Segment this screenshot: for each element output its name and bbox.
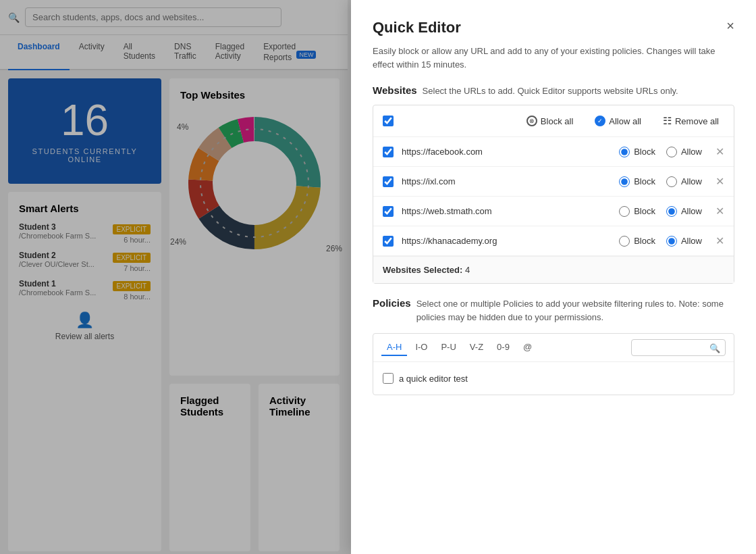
radio-group-ixl: Block Allow [619, 176, 702, 187]
allow-label-ixl: Allow [681, 176, 702, 186]
policies-box: A-H I-O P-U V-Z 0-9 @ 🔍 a quick editor t… [373, 333, 734, 395]
block-radio-stmath[interactable] [619, 206, 630, 217]
close-button[interactable]: × [726, 19, 734, 32]
policy-search-wrap: 🔍 [631, 339, 726, 356]
website-row-facebook: https://facebook.com Block Allow ✕ [373, 137, 734, 167]
policies-header: Policies Select one or multiple Policies… [373, 297, 734, 324]
block-radio-khan[interactable] [619, 236, 630, 247]
policies-section-desc: Select one or multiple Policies to add y… [416, 297, 734, 324]
allow-label-khan: Allow [681, 236, 702, 246]
radio-group-stmath: Block Allow [619, 206, 702, 217]
row-checkbox-facebook[interactable] [383, 147, 394, 157]
quick-editor-subtitle: Easily block or allow any URL and add to… [373, 45, 734, 71]
allow-all-icon: ✓ [595, 116, 605, 126]
policy-tab-pu[interactable]: P-U [435, 339, 461, 356]
policies-section-label: Policies [373, 297, 411, 309]
row-url-ixl: https://ixl.com [402, 176, 611, 186]
websites-box: ⊗ Block all ✓ Allow all ☷ Remove all htt… [373, 105, 734, 284]
allow-radio-ixl[interactable] [666, 176, 677, 187]
allow-radio-stmath[interactable] [666, 206, 677, 217]
policy-tab-09[interactable]: 0-9 [491, 339, 515, 356]
policy-item: a quick editor test [383, 369, 724, 388]
remove-all-button[interactable]: ☷ Remove all [657, 112, 724, 130]
policy-name-quicktest: a quick editor test [399, 374, 468, 384]
quick-editor-panel: Quick Editor × Easily block or allow any… [351, 0, 756, 554]
remove-row-khan[interactable]: ✕ [716, 234, 724, 247]
block-all-label: Block all [541, 116, 573, 126]
row-checkbox-ixl[interactable] [383, 176, 394, 187]
policy-search-icon: 🔍 [709, 343, 720, 353]
block-all-button[interactable]: ⊗ Block all [521, 113, 578, 129]
allow-radio-facebook[interactable] [666, 147, 677, 157]
policies-section: Policies Select one or multiple Policies… [373, 297, 734, 395]
radio-group-facebook: Block Allow [619, 147, 702, 157]
website-row-ixl: https://ixl.com Block Allow ✕ [373, 167, 734, 197]
websites-toolbar: ⊗ Block all ✓ Allow all ☷ Remove all [373, 105, 734, 137]
policies-tabs: A-H I-O P-U V-Z 0-9 @ 🔍 [373, 334, 734, 362]
quick-editor-header: Quick Editor × [373, 19, 734, 36]
websites-selected-label: Websites Selected: [383, 265, 462, 275]
policy-tab-at[interactable]: @ [518, 339, 537, 356]
radio-group-khan: Block Allow [619, 236, 702, 247]
quick-editor-title: Quick Editor [373, 19, 461, 36]
websites-selected-count: 4 [465, 265, 470, 275]
remove-row-ixl[interactable]: ✕ [716, 175, 724, 188]
block-label-stmath: Block [634, 206, 655, 216]
remove-row-facebook[interactable]: ✕ [716, 145, 724, 158]
allow-all-button[interactable]: ✓ Allow all [589, 113, 647, 129]
allow-label-facebook: Allow [681, 147, 702, 157]
websites-section-label: Websites [373, 84, 417, 96]
block-radio-facebook[interactable] [619, 147, 630, 157]
remove-all-icon: ☷ [663, 115, 672, 127]
policy-tab-ah[interactable]: A-H [381, 339, 407, 356]
block-label-facebook: Block [634, 147, 655, 157]
block-radio-ixl[interactable] [619, 176, 630, 187]
allow-label-stmath: Allow [681, 206, 702, 216]
allow-radio-khan[interactable] [666, 236, 677, 247]
select-all-checkbox[interactable] [383, 116, 394, 126]
website-row-stmath: https://web.stmath.com Block Allow ✕ [373, 197, 734, 226]
block-all-icon: ⊗ [526, 116, 537, 126]
remove-all-label: Remove all [675, 116, 719, 126]
websites-section-header: WebsitesSelect the URLs to add. Quick Ed… [373, 84, 734, 97]
row-url-facebook: https://facebook.com [402, 147, 611, 157]
row-url-khan: https://khanacademy.org [402, 236, 611, 246]
row-checkbox-khan[interactable] [383, 236, 394, 247]
websites-footer: Websites Selected: 4 [373, 256, 734, 283]
policy-tab-io[interactable]: I-O [410, 339, 433, 356]
policy-list: a quick editor test [373, 362, 734, 395]
policy-checkbox-quicktest[interactable] [383, 373, 394, 384]
websites-section-desc: Select the URLs to add. Quick Editor sup… [423, 86, 678, 96]
row-checkbox-stmath[interactable] [383, 206, 394, 217]
website-row-khan: https://khanacademy.org Block Allow ✕ [373, 226, 734, 256]
block-label-khan: Block [634, 236, 655, 246]
allow-all-label: Allow all [609, 116, 641, 126]
policy-tab-vz[interactable]: V-Z [464, 339, 489, 356]
remove-row-stmath[interactable]: ✕ [716, 205, 724, 218]
block-label-ixl: Block [634, 176, 655, 186]
row-url-stmath: https://web.stmath.com [402, 206, 611, 216]
